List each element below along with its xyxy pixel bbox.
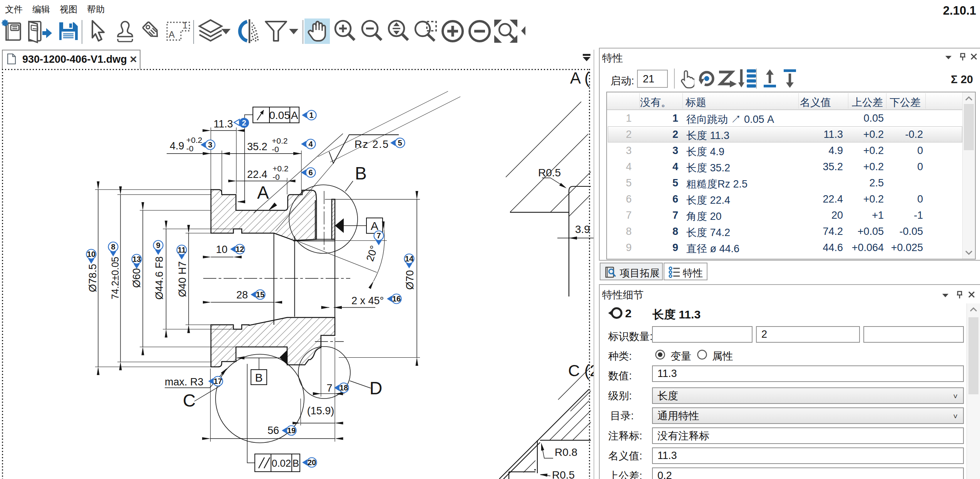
svg-text:20: 20 bbox=[308, 458, 316, 467]
svg-text:A: A bbox=[371, 219, 378, 232]
svg-text:12: 12 bbox=[236, 245, 244, 253]
svg-text:15: 15 bbox=[256, 290, 264, 299]
svg-text:4.9: 4.9 bbox=[170, 140, 184, 152]
svg-text:Ø78.5: Ø78.5 bbox=[87, 264, 99, 292]
svg-text:13: 13 bbox=[132, 255, 141, 263]
svg-text:max. R3: max. R3 bbox=[165, 376, 204, 388]
svg-text:10: 10 bbox=[216, 244, 227, 255]
svg-text:16: 16 bbox=[392, 295, 401, 303]
svg-text:2: 2 bbox=[242, 119, 246, 127]
svg-text:Ø60: Ø60 bbox=[131, 268, 142, 288]
svg-text:7: 7 bbox=[326, 382, 332, 394]
svg-text:11: 11 bbox=[177, 246, 186, 254]
svg-text:A (: A ( bbox=[570, 69, 590, 87]
svg-text:R0.8: R0.8 bbox=[555, 446, 577, 458]
svg-text:7: 7 bbox=[376, 231, 381, 240]
svg-text:11.3: 11.3 bbox=[214, 118, 233, 130]
svg-text:8: 8 bbox=[111, 243, 115, 251]
svg-text:R0.5: R0.5 bbox=[538, 167, 561, 179]
svg-text:22.4: 22.4 bbox=[247, 169, 268, 180]
svg-text:74.2±0.05: 74.2±0.05 bbox=[110, 256, 120, 299]
svg-text:-0: -0 bbox=[186, 144, 194, 153]
svg-text:-0: -0 bbox=[272, 145, 279, 154]
svg-text:0.05: 0.05 bbox=[269, 109, 290, 121]
svg-text:28: 28 bbox=[236, 289, 248, 301]
svg-text:0.02: 0.02 bbox=[272, 457, 291, 469]
svg-text:17: 17 bbox=[214, 377, 222, 385]
svg-text:Ø44.6 F8: Ø44.6 F8 bbox=[154, 256, 165, 300]
svg-text:6: 6 bbox=[308, 168, 313, 177]
svg-text:14: 14 bbox=[405, 255, 414, 263]
svg-text:3.9: 3.9 bbox=[575, 223, 590, 235]
svg-text:2 x 45°: 2 x 45° bbox=[351, 295, 384, 306]
svg-text:1: 1 bbox=[309, 111, 313, 119]
svg-text:5: 5 bbox=[398, 139, 402, 147]
svg-text:C: C bbox=[183, 390, 196, 410]
svg-text:1: 1 bbox=[182, 20, 187, 30]
svg-text:3: 3 bbox=[208, 141, 212, 149]
svg-text:56: 56 bbox=[268, 425, 279, 436]
svg-text:+0.2: +0.2 bbox=[186, 136, 202, 144]
svg-text:18: 18 bbox=[339, 384, 348, 392]
svg-text:9: 9 bbox=[156, 241, 160, 250]
svg-text:-0: -0 bbox=[273, 173, 280, 181]
svg-text:4: 4 bbox=[308, 140, 313, 148]
svg-text:35.2: 35.2 bbox=[247, 141, 268, 152]
svg-text:(15.9): (15.9) bbox=[307, 405, 334, 417]
svg-text:19: 19 bbox=[287, 426, 296, 435]
svg-text:A: A bbox=[169, 29, 175, 40]
svg-text:R0.5: R0.5 bbox=[552, 469, 575, 479]
svg-text:B: B bbox=[355, 163, 367, 183]
svg-text:D: D bbox=[370, 378, 382, 398]
svg-text:Rz 2.5: Rz 2.5 bbox=[355, 139, 389, 150]
svg-text:Ø70: Ø70 bbox=[404, 270, 416, 290]
svg-text:+0.2: +0.2 bbox=[273, 164, 288, 173]
svg-text:10: 10 bbox=[87, 250, 95, 258]
svg-text:A: A bbox=[257, 183, 269, 203]
svg-text:Ø40 H7: Ø40 H7 bbox=[177, 261, 188, 297]
svg-text:B: B bbox=[293, 457, 299, 469]
svg-text:20°: 20° bbox=[364, 244, 380, 263]
svg-text:+0.2: +0.2 bbox=[272, 136, 288, 145]
svg-text:B: B bbox=[255, 371, 263, 384]
svg-text:A: A bbox=[291, 109, 298, 121]
